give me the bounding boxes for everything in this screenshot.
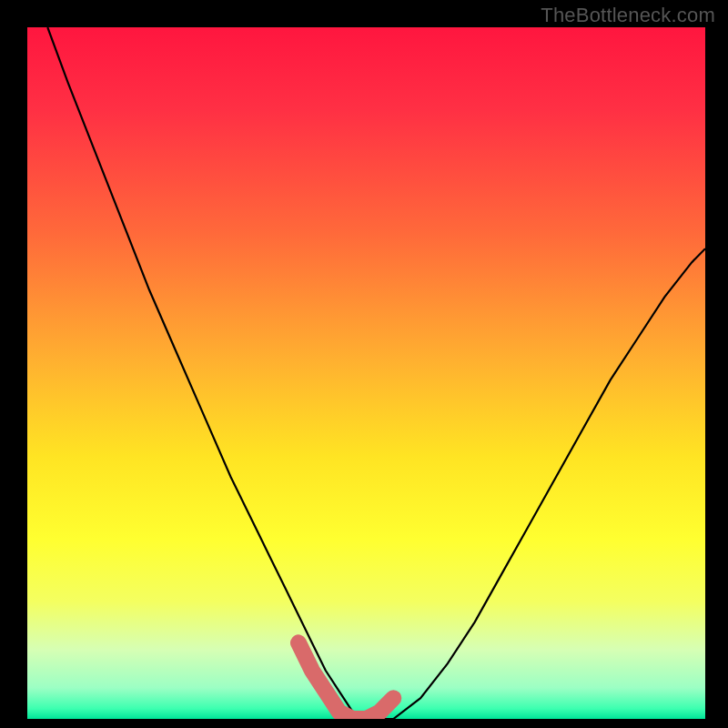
plot-svg [27, 27, 705, 719]
gradient-background [27, 27, 705, 719]
watermark-label: TheBottleneck.com [541, 4, 715, 27]
bottleneck-plot [27, 27, 705, 719]
chart-frame: TheBottleneck.com [0, 0, 728, 728]
